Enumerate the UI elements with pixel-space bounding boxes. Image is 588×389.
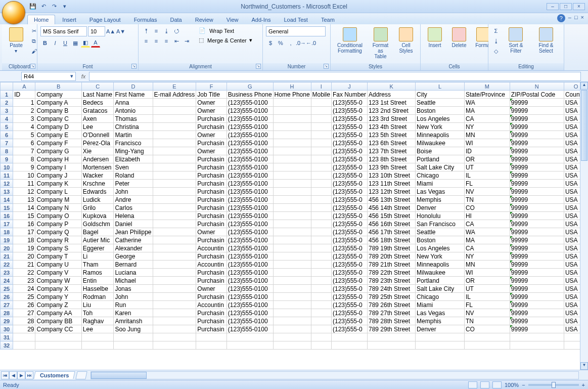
cell[interactable]	[81, 333, 114, 341]
fill-icon[interactable]: ⭳	[491, 36, 501, 46]
cell[interactable]: (123)555-0100	[227, 309, 273, 317]
cell[interactable]	[311, 107, 331, 115]
cell[interactable]: MN	[464, 261, 510, 269]
cell[interactable]	[311, 188, 331, 196]
cell[interactable]: 14	[13, 204, 35, 212]
cell[interactable]: Karen	[114, 309, 153, 317]
cell[interactable]	[311, 269, 331, 277]
font-size-combo[interactable]	[88, 26, 105, 36]
cell[interactable]: (123)555-0100	[227, 123, 273, 131]
tab-add-ins[interactable]: Add-Ins	[245, 15, 277, 24]
tab-formulas[interactable]: Formulas	[128, 15, 163, 24]
vscroll-thumb[interactable]	[581, 90, 587, 161]
cell[interactable]	[153, 220, 196, 228]
cell[interactable]: 9	[13, 163, 35, 171]
insert-cells-button[interactable]: Insert	[424, 26, 446, 49]
tab-data[interactable]: Data	[164, 15, 188, 24]
cell[interactable]	[196, 333, 227, 341]
cell[interactable]: (123)555-0100	[227, 204, 273, 212]
cell[interactable]: Mobile	[311, 91, 331, 99]
col-header-G[interactable]: G	[227, 82, 273, 91]
cell[interactable]: Boise	[416, 147, 465, 155]
cell[interactable]	[311, 212, 331, 220]
cell[interactable]	[153, 204, 196, 212]
cell[interactable]: 16	[13, 220, 35, 228]
cell[interactable]: Sven	[114, 163, 153, 171]
cell[interactable]: Michael	[114, 277, 153, 285]
cell[interactable]: 5	[13, 131, 35, 139]
cell[interactable]: Company I	[35, 163, 81, 171]
cell[interactable]	[153, 236, 196, 244]
cell[interactable]	[273, 212, 311, 220]
cell[interactable]	[464, 341, 510, 350]
cell[interactable]: Andre	[114, 196, 153, 204]
cell[interactable]: 123 2nd Street	[368, 107, 416, 115]
cell[interactable]: Owner	[196, 99, 227, 107]
cell[interactable]: (123)555-0	[331, 171, 367, 180]
cell[interactable]: Company Q	[35, 228, 81, 236]
cell[interactable]: Company N	[35, 204, 81, 212]
cell[interactable]	[368, 333, 416, 341]
cell[interactable]	[153, 301, 196, 309]
cell[interactable]: (123)555-0	[331, 99, 367, 107]
cell[interactable]: (123)555-0	[331, 147, 367, 155]
cell[interactable]: Purchasin	[196, 293, 227, 301]
cell[interactable]	[153, 171, 196, 180]
cell[interactable]	[153, 180, 196, 188]
cell[interactable]: Eggerer	[81, 244, 114, 252]
cell[interactable]: IL	[464, 293, 510, 301]
cell[interactable]: Purchasin	[196, 252, 227, 261]
font-launcher[interactable]: ↘	[131, 64, 137, 69]
cell[interactable]	[311, 317, 331, 325]
cell[interactable]: 789 20th Street	[368, 252, 416, 261]
row-header-11[interactable]: 11	[1, 171, 13, 180]
cell[interactable]: 28	[13, 317, 35, 325]
cell[interactable]: 99999	[510, 196, 564, 204]
cell[interactable]: (123)555-0	[331, 252, 367, 261]
cell[interactable]: (123)555-0	[331, 107, 367, 115]
row-header-32[interactable]: 32	[1, 341, 13, 350]
cell[interactable]: 19	[13, 244, 35, 252]
col-header-E[interactable]: E	[153, 82, 196, 91]
cell[interactable]: 10	[13, 171, 35, 180]
cell[interactable]: 456 14th Street	[368, 204, 416, 212]
increase-decimal-icon[interactable]: .0→	[296, 38, 305, 48]
cell[interactable]	[13, 341, 35, 350]
cell[interactable]	[153, 147, 196, 155]
cell[interactable]: 99999	[510, 139, 564, 147]
cell[interactable]: Hasselbe	[81, 285, 114, 293]
cell[interactable]: First Name	[114, 91, 153, 99]
cell[interactable]: (123)555-0100	[227, 171, 273, 180]
cell[interactable]: 123 5th Street	[368, 131, 416, 139]
row-header-5[interactable]: 5	[1, 123, 13, 131]
row-header-14[interactable]: 14	[1, 196, 13, 204]
cell[interactable]	[311, 244, 331, 252]
cell[interactable]: Gratacos	[81, 107, 114, 115]
cell[interactable]	[153, 277, 196, 285]
cell[interactable]: 99999	[510, 155, 564, 163]
cell[interactable]: ID	[464, 147, 510, 155]
cell[interactable]: 123 8th Street	[368, 155, 416, 163]
cell[interactable]: 27	[13, 309, 35, 317]
zoom-in-icon[interactable]: +	[582, 382, 585, 388]
cell[interactable]	[153, 309, 196, 317]
cell[interactable]: 789 21th Street	[368, 261, 416, 269]
cell[interactable]: Accountin	[196, 261, 227, 269]
cell[interactable]: (123)555-0	[331, 204, 367, 212]
cell[interactable]: Company M	[35, 196, 81, 204]
cell[interactable]: 789 25th Street	[368, 293, 416, 301]
cell[interactable]	[311, 139, 331, 147]
cell[interactable]: 99999	[510, 285, 564, 293]
zoom-out-icon[interactable]: −	[522, 382, 525, 388]
cell[interactable]: Home Phone	[273, 91, 311, 99]
cell[interactable]	[311, 261, 331, 269]
cell[interactable]	[273, 155, 311, 163]
cell[interactable]	[311, 196, 331, 204]
col-header-M[interactable]: M	[464, 82, 510, 91]
cell[interactable]: 1	[13, 99, 35, 107]
new-sheet-icon[interactable]	[76, 371, 87, 379]
cell[interactable]: 20	[13, 252, 35, 261]
cell[interactable]: Company K	[35, 180, 81, 188]
cell[interactable]: 123 1st Street	[368, 99, 416, 107]
cell[interactable]	[273, 333, 311, 341]
